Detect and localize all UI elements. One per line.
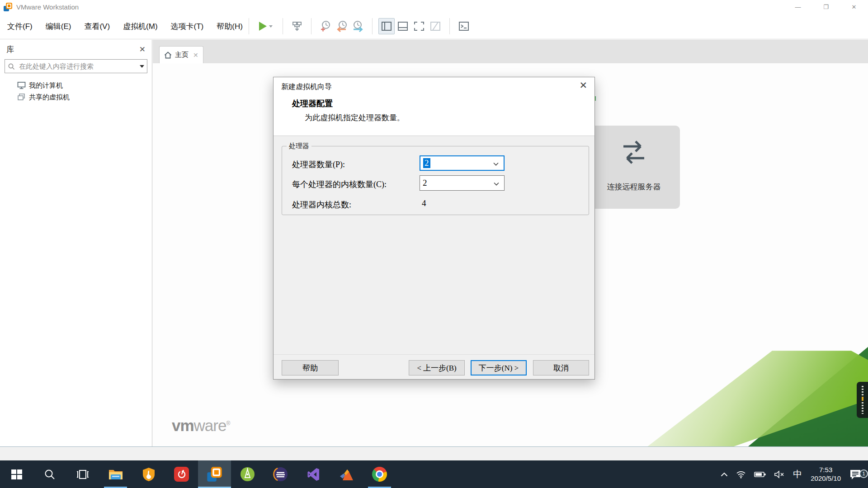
menu-vm[interactable]: 虚拟机(M): [123, 19, 157, 34]
sidebar-item-shared-vms[interactable]: 共享的虚拟机: [0, 91, 152, 103]
menu-tabs[interactable]: 选项卡(T): [171, 19, 204, 34]
toolbar-separator: [249, 18, 249, 34]
combo-value: 2: [423, 158, 430, 168]
taskbar-vmware-workstation[interactable]: [198, 460, 231, 488]
green-decoration: [628, 317, 868, 446]
close-icon[interactable]: ✕: [840, 0, 868, 14]
taskbar-file-explorer[interactable]: [99, 460, 132, 488]
total-cores-value: 4: [422, 198, 426, 208]
cancel-button[interactable]: 取消: [533, 360, 589, 375]
system-tray: 中 7:53 2020/5/10 1: [717, 460, 865, 488]
next-button[interactable]: 下一步(N) >: [471, 360, 527, 375]
back-button[interactable]: < 上一步(B): [409, 360, 465, 375]
search-icon: [8, 63, 15, 70]
clock-date: 2020/5/10: [811, 474, 841, 483]
snapshot-revert-icon[interactable]: [334, 18, 350, 34]
power-on-icon[interactable]: [255, 18, 277, 34]
chrome-icon: [372, 467, 387, 482]
taskbar-visual-studio[interactable]: [297, 460, 330, 488]
tray-chevron-up-icon[interactable]: [717, 472, 732, 477]
footer-divider: [274, 354, 594, 355]
toolbar-separator: [283, 18, 283, 34]
shield-icon: [142, 467, 156, 482]
tab-label: 主页: [175, 51, 189, 59]
tab-close-icon[interactable]: ✕: [193, 52, 198, 59]
layout-thumbnails-icon[interactable]: [395, 18, 411, 34]
menu-view[interactable]: 查看(V): [84, 19, 110, 34]
vmware-icon: [207, 467, 222, 481]
light-green-band: [628, 317, 868, 446]
chevron-down-icon[interactable]: [494, 178, 499, 188]
cores-per-processor-label: 每个处理器的内核数量(C):: [292, 179, 387, 190]
start-button[interactable]: [0, 460, 33, 488]
taskbar-netease-music[interactable]: [165, 460, 198, 488]
taskbar-huorong-security[interactable]: [132, 460, 165, 488]
ime-indicator[interactable]: 中: [789, 468, 806, 480]
action-center-button[interactable]: 1: [845, 469, 865, 480]
snapshot-manage-icon[interactable]: [350, 18, 366, 34]
total-cores-label: 处理器内核总数:: [292, 199, 351, 210]
status-strip: [0, 446, 868, 460]
chevron-down-icon[interactable]: [493, 158, 499, 168]
send-device-icon[interactable]: [289, 18, 305, 34]
search-dropdown-icon[interactable]: [140, 65, 144, 68]
window-title: VMware Workstation: [16, 3, 79, 11]
tree-label: 共享的虚拟机: [29, 93, 70, 102]
vmware-logo-vm: vm: [172, 417, 194, 434]
volume-muted-icon[interactable]: [770, 470, 789, 479]
visual-studio-icon: [307, 467, 321, 482]
side-tab-widget[interactable]: [857, 382, 868, 418]
taskbar-eclipse[interactable]: [264, 460, 297, 488]
taskbar-search-button[interactable]: [33, 460, 66, 488]
processors-count-combo[interactable]: 2: [420, 155, 505, 171]
help-button[interactable]: 帮助: [282, 360, 339, 375]
tile-label: 连接远程服务器: [607, 182, 661, 192]
shared-vms-icon: [17, 93, 26, 101]
library-sidebar: 库 ✕ 我的计算机 共享的虚拟机: [0, 40, 152, 446]
console-icon[interactable]: [456, 18, 472, 34]
eclipse-icon: [273, 467, 288, 482]
menu-toolbar: 文件(F) 编辑(E) 查看(V) 虚拟机(M) 选项卡(T) 帮助(H): [0, 14, 868, 39]
layout-fullscreen-icon[interactable]: [411, 18, 427, 34]
dialog-title: 新建虚拟机向导: [281, 82, 332, 92]
tab-home[interactable]: 主页 ✕: [159, 46, 203, 63]
home-icon: [164, 52, 172, 59]
battery-icon[interactable]: [750, 471, 770, 478]
minimize-icon[interactable]: —: [784, 0, 812, 14]
new-vm-wizard-dialog: 新建虚拟机向导 ✕ 处理器配置 为此虚拟机指定处理器数量。 处理器 处理器数量(…: [273, 77, 595, 380]
library-close-icon[interactable]: ✕: [139, 46, 146, 53]
menu-edit[interactable]: 编辑(E): [46, 19, 71, 34]
window-controls: — ❐ ✕: [784, 0, 868, 14]
layout-unity-icon[interactable]: [427, 18, 443, 34]
wifi-icon[interactable]: [732, 470, 750, 479]
android-studio-icon: [240, 467, 255, 482]
dialog-close-icon[interactable]: ✕: [579, 80, 587, 91]
matlab-icon: [339, 468, 354, 481]
clock-time: 7:53: [819, 466, 832, 474]
taskbar-matlab[interactable]: [330, 460, 363, 488]
vmware-logo-reg: ®: [226, 420, 230, 427]
toolbar-separator: [372, 18, 373, 34]
menu-help[interactable]: 帮助(H): [217, 19, 243, 34]
taskbar-android-studio[interactable]: [231, 460, 264, 488]
taskbar-clock[interactable]: 7:53 2020/5/10: [806, 466, 845, 483]
cores-per-processor-combo[interactable]: 2: [420, 175, 505, 191]
dark-green-triangle: [628, 317, 868, 446]
taskbar-chrome[interactable]: [363, 460, 396, 488]
vmware-logo: vmware®: [172, 417, 230, 435]
sidebar-item-my-computer[interactable]: 我的计算机: [0, 80, 152, 91]
tree-label: 我的计算机: [29, 81, 63, 90]
library-search[interactable]: [5, 59, 147, 73]
tab-bar: 主页 ✕: [153, 40, 868, 63]
processors-count-label: 处理器数量(P):: [292, 159, 345, 170]
dialog-header: 新建虚拟机向导 ✕ 处理器配置 为此虚拟机指定处理器数量。: [274, 77, 594, 136]
connect-remote-server-tile[interactable]: 连接远程服务器: [588, 126, 680, 209]
vmware-app-icon: [4, 3, 12, 11]
dialog-heading: 处理器配置: [292, 98, 333, 109]
restore-icon[interactable]: ❐: [812, 0, 840, 14]
menu-file[interactable]: 文件(F): [7, 19, 33, 34]
search-input[interactable]: [18, 62, 140, 70]
snapshot-take-icon[interactable]: [317, 18, 334, 34]
layout-library-icon[interactable]: [378, 18, 395, 34]
task-view-button[interactable]: [66, 460, 99, 488]
